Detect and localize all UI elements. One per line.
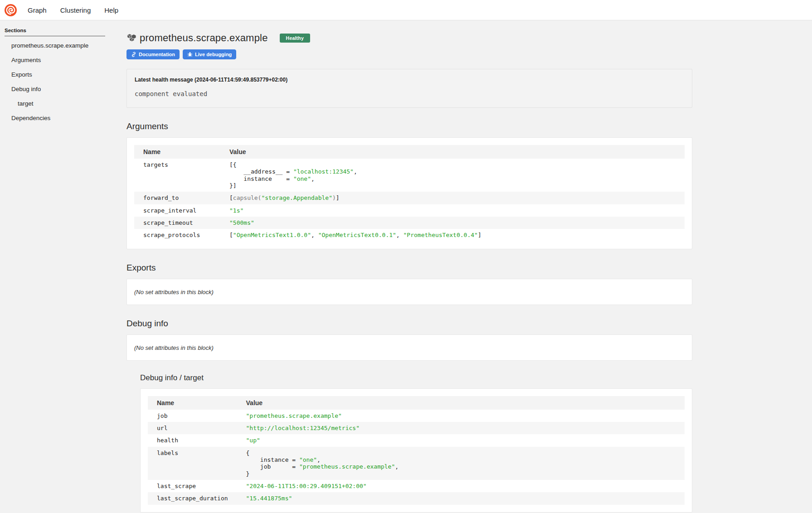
- column-header-value: Value: [220, 145, 685, 159]
- row-value-cell: "1s": [220, 204, 685, 217]
- sidebar-item-exports[interactable]: Exports: [5, 72, 126, 77]
- nav-link-help[interactable]: Help: [104, 6, 118, 14]
- health-message-label: Latest health message (2024-06-11T14:59:…: [135, 77, 684, 83]
- row-value-cell: "15.441875ms": [237, 492, 685, 504]
- table-row: scrape_interval"1s": [134, 204, 685, 217]
- link-icon: [131, 52, 136, 57]
- debug-target-table: Name Value job"prometheus.scrape.example…: [148, 396, 685, 505]
- table-row: scrape_timeout"500ms": [134, 217, 685, 229]
- documentation-button[interactable]: Documentation: [126, 49, 180, 59]
- table-row: targets[{ __address__ = "localhost:12345…: [134, 159, 685, 192]
- debug-info-card: (No set attributes in this block): [126, 334, 692, 361]
- sidebar-item-target[interactable]: target: [5, 101, 126, 106]
- table-header-row: Name Value: [148, 396, 685, 410]
- health-status-badge: Healthy: [280, 34, 310, 43]
- row-value-cell: "http://localhost:12345/metrics": [237, 422, 685, 434]
- row-value-cell: "prometheus.scrape.example": [237, 410, 685, 422]
- main-content: prometheus.scrape.example Healthy Docume…: [126, 20, 692, 513]
- exports-card: (No set attributes in this block): [126, 279, 692, 305]
- top-nav: Graph Clustering Help: [0, 0, 812, 20]
- sidebar-divider: [5, 36, 105, 36]
- bug-icon: [187, 52, 193, 57]
- table-row: url"http://localhost:12345/metrics": [148, 422, 685, 434]
- table-row: last_scrape"2024-06-11T15:00:29.409151+0…: [148, 480, 685, 492]
- row-value-cell: "up": [237, 434, 685, 446]
- sections-sidebar: Sections prometheus.scrape.example Argum…: [0, 20, 126, 130]
- sidebar-heading: Sections: [5, 28, 126, 33]
- table-row: labels{ instance = "one", job = "prometh…: [148, 447, 685, 480]
- live-debugging-button[interactable]: Live debugging: [183, 49, 236, 59]
- debug-info-empty-note: (No set attributes in this block): [134, 344, 214, 351]
- table-row: last_scrape_duration"15.441875ms": [148, 492, 685, 504]
- row-name-cell: scrape_interval: [134, 204, 220, 217]
- page-body: Sections prometheus.scrape.example Argum…: [0, 20, 812, 513]
- row-name-cell: last_scrape_duration: [148, 492, 237, 504]
- documentation-button-label: Documentation: [139, 52, 175, 57]
- row-value-cell: "500ms": [220, 217, 685, 229]
- column-header-value: Value: [237, 396, 685, 410]
- table-row: scrape_protocols["OpenMetricsText1.0.0",…: [134, 229, 685, 241]
- row-name-cell: scrape_protocols: [134, 229, 220, 241]
- table-row: forward_to[capsule("storage.Appendable")…: [134, 192, 685, 204]
- row-value-cell: [{ __address__ = "localhost:12345", inst…: [220, 159, 685, 192]
- row-name-cell: url: [148, 422, 237, 434]
- column-header-name: Name: [134, 145, 220, 159]
- debug-target-heading: Debug info / target: [140, 373, 692, 382]
- page-title: prometheus.scrape.example: [140, 32, 268, 44]
- row-name-cell: health: [148, 434, 237, 446]
- arguments-table: Name Value targets[{ __address__ = "loca…: [134, 145, 685, 242]
- table-header-row: Name Value: [134, 145, 685, 159]
- row-name-cell: last_scrape: [148, 480, 237, 492]
- alloy-logo-icon[interactable]: [5, 4, 17, 16]
- sidebar-item-dependencies[interactable]: Dependencies: [5, 115, 126, 121]
- health-message-card: Latest health message (2024-06-11T14:59:…: [126, 69, 692, 108]
- table-row: job"prometheus.scrape.example": [148, 410, 685, 422]
- row-name-cell: job: [148, 410, 237, 422]
- row-name-cell: targets: [134, 159, 220, 192]
- row-name-cell: forward_to: [134, 192, 220, 204]
- nav-link-clustering[interactable]: Clustering: [60, 6, 91, 14]
- sidebar-item-debug-info[interactable]: Debug info: [5, 86, 126, 92]
- header-buttons: Documentation Live debugging: [126, 49, 692, 59]
- row-value-cell: { instance = "one", job = "prometheus.sc…: [237, 447, 685, 480]
- sidebar-item-component[interactable]: prometheus.scrape.example: [5, 43, 126, 48]
- exports-heading: Exports: [126, 263, 692, 273]
- row-value-cell: "2024-06-11T15:00:29.409151+02:00": [237, 480, 685, 492]
- nav-link-graph[interactable]: Graph: [28, 6, 47, 14]
- debug-info-heading: Debug info: [126, 319, 692, 329]
- row-name-cell: labels: [148, 447, 237, 480]
- exports-empty-note: (No set attributes in this block): [134, 289, 214, 295]
- debug-target-card: Name Value job"prometheus.scrape.example…: [140, 388, 692, 513]
- arguments-card: Name Value targets[{ __address__ = "loca…: [126, 137, 692, 249]
- sidebar-item-arguments[interactable]: Arguments: [5, 57, 126, 63]
- table-row: health"up": [148, 434, 685, 446]
- arguments-heading: Arguments: [126, 121, 692, 131]
- health-message-text: component evaluated: [135, 90, 684, 97]
- cubes-icon: [126, 34, 136, 43]
- component-header: prometheus.scrape.example Healthy: [126, 32, 692, 44]
- row-value-cell: [capsule("storage.Appendable")]: [220, 192, 685, 204]
- live-debugging-button-label: Live debugging: [195, 52, 232, 57]
- row-name-cell: scrape_timeout: [134, 217, 220, 229]
- column-header-name: Name: [148, 396, 237, 410]
- row-value-cell: ["OpenMetricsText1.0.0", "OpenMetricsTex…: [220, 229, 685, 241]
